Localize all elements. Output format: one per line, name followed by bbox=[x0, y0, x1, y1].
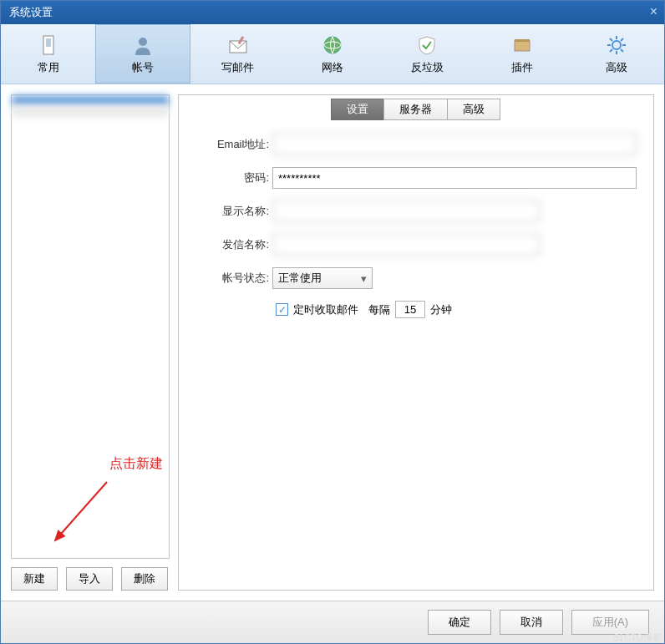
list-item[interactable] bbox=[12, 95, 169, 106]
display-name-field[interactable] bbox=[272, 200, 540, 222]
toolbar-label: 反垃圾 bbox=[411, 60, 444, 75]
timer-check-label: 定时收取邮件 bbox=[293, 302, 358, 317]
toolbar-advanced[interactable]: 高级 bbox=[570, 24, 664, 84]
display-label: 显示名称: bbox=[195, 204, 272, 219]
account-list[interactable] bbox=[11, 94, 170, 559]
svg-line-16 bbox=[610, 49, 612, 52]
titlebar: 系统设置 × bbox=[1, 1, 664, 24]
svg-line-14 bbox=[610, 38, 612, 41]
sender-label: 发信名称: bbox=[195, 237, 272, 252]
compose-icon bbox=[226, 33, 250, 57]
sender-name-field[interactable] bbox=[272, 234, 540, 256]
list-item[interactable] bbox=[12, 106, 169, 117]
svg-point-2 bbox=[139, 38, 147, 46]
toolbar-label: 网络 bbox=[322, 60, 343, 75]
user-icon bbox=[131, 33, 155, 57]
toolbar-label: 写邮件 bbox=[221, 60, 254, 75]
cancel-button[interactable]: 取消 bbox=[500, 610, 563, 635]
email-field[interactable] bbox=[272, 134, 637, 155]
svg-rect-8 bbox=[515, 39, 530, 42]
toolbar-network[interactable]: 网络 bbox=[285, 24, 379, 84]
toolbar-plugin[interactable]: 插件 bbox=[475, 24, 569, 84]
ok-button[interactable]: 确定 bbox=[428, 610, 491, 635]
interval-field[interactable] bbox=[395, 301, 425, 318]
timer-checkbox[interactable]: ✓ bbox=[276, 303, 288, 316]
toolbar-common[interactable]: 常用 bbox=[1, 24, 95, 84]
password-label: 密码: bbox=[195, 170, 272, 185]
toolbar: 常用 帐号 写邮件 网络 反垃圾 插件 高级 bbox=[1, 24, 664, 84]
email-label: Email地址: bbox=[195, 137, 272, 152]
toolbar-antispam[interactable]: 反垃圾 bbox=[380, 24, 475, 84]
toolbar-label: 高级 bbox=[606, 60, 627, 75]
gear-icon bbox=[605, 33, 628, 57]
new-button[interactable]: 新建 bbox=[11, 567, 58, 591]
svg-point-5 bbox=[324, 37, 341, 53]
import-button[interactable]: 导入 bbox=[66, 567, 113, 591]
svg-point-9 bbox=[612, 41, 621, 49]
toolbar-compose[interactable]: 写邮件 bbox=[190, 24, 285, 84]
interval-unit: 分钟 bbox=[430, 302, 452, 317]
common-icon bbox=[37, 33, 60, 57]
close-icon[interactable]: × bbox=[650, 4, 657, 19]
tab-server[interactable]: 服务器 bbox=[383, 99, 448, 120]
tab-settings[interactable]: 设置 bbox=[331, 99, 384, 120]
chevron-down-icon: ▾ bbox=[361, 272, 367, 285]
status-value: 正常使用 bbox=[278, 271, 322, 286]
svg-rect-1 bbox=[46, 38, 51, 47]
svg-line-17 bbox=[621, 38, 623, 41]
toolbar-label: 插件 bbox=[511, 60, 533, 75]
window-title: 系统设置 bbox=[9, 5, 53, 20]
delete-button[interactable]: 删除 bbox=[121, 567, 168, 591]
interval-label: 每隔 bbox=[368, 302, 390, 317]
toolbar-label: 帐号 bbox=[132, 60, 154, 75]
status-label: 帐号状态: bbox=[195, 271, 272, 286]
svg-rect-7 bbox=[515, 41, 530, 51]
toolbar-account[interactable]: 帐号 bbox=[95, 24, 190, 84]
status-select[interactable]: 正常使用 ▾ bbox=[272, 267, 373, 289]
watermark: 51CTO博客 bbox=[614, 631, 662, 644]
shield-icon bbox=[415, 33, 439, 57]
plugin-icon bbox=[510, 33, 534, 57]
password-field[interactable] bbox=[272, 167, 637, 189]
svg-line-15 bbox=[621, 49, 623, 52]
tab-advanced[interactable]: 高级 bbox=[447, 99, 500, 120]
globe-icon bbox=[321, 33, 344, 57]
toolbar-label: 常用 bbox=[38, 60, 59, 75]
